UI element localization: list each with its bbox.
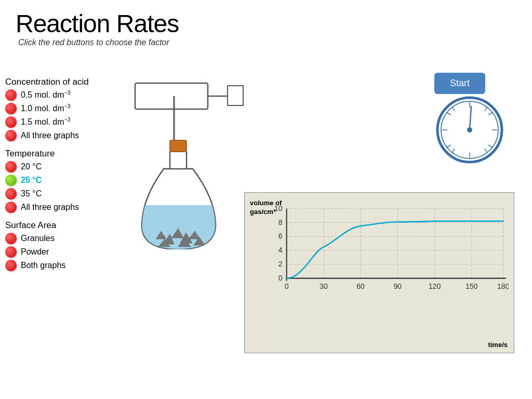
conc-option-2[interactable]: 1.0 mol. dm−3 <box>5 103 132 114</box>
temp-dot-all[interactable] <box>5 202 17 213</box>
surface-label-1: Granules <box>21 233 55 243</box>
graph-ylabel: volume ofgas/cm³ <box>250 199 282 217</box>
svg-text:60: 60 <box>356 282 365 290</box>
svg-text:120: 120 <box>429 282 441 290</box>
conc-option-3[interactable]: 1.5 mol. dm−3 <box>5 116 132 128</box>
temp-dot-2[interactable] <box>5 175 17 186</box>
temperature-title: Temperature <box>5 149 132 159</box>
graph-container: volume ofgas/cm³ time/s 0 2 4 6 8 <box>244 192 514 353</box>
conc-dot-1[interactable] <box>5 89 17 101</box>
temp-dot-1[interactable] <box>5 161 17 172</box>
surface-dot-1[interactable] <box>5 233 17 244</box>
temp-option-2[interactable]: 25 °C <box>5 175 132 186</box>
svg-text:0: 0 <box>278 274 283 282</box>
flask-illustration <box>132 68 247 249</box>
surface-dot-both[interactable] <box>5 260 17 271</box>
svg-text:180: 180 <box>497 282 509 290</box>
svg-text:4: 4 <box>278 246 283 254</box>
svg-rect-13 <box>228 86 243 105</box>
conc-label-3: 1.5 mol. dm−3 <box>21 117 70 127</box>
gauge-svg <box>436 96 503 164</box>
svg-text:90: 90 <box>393 282 402 290</box>
surface-option-1[interactable]: Granules <box>5 233 132 244</box>
surface-option-2[interactable]: Powder <box>5 246 132 258</box>
conc-dot-3[interactable] <box>5 116 17 128</box>
svg-rect-0 <box>135 83 208 109</box>
page-title: Reaction Rates <box>0 0 532 38</box>
svg-text:2: 2 <box>278 260 283 268</box>
start-button[interactable]: Start <box>434 73 485 94</box>
surface-title: Surface Area <box>5 220 132 231</box>
svg-text:8: 8 <box>278 218 283 226</box>
temp-option-1[interactable]: 20 °C <box>5 161 132 172</box>
temp-label-3: 35 °C <box>21 189 42 198</box>
flask-svg <box>132 68 247 249</box>
conc-option-all[interactable]: All three graphs <box>5 130 132 141</box>
conc-dot-2[interactable] <box>5 103 17 114</box>
subtitle: Click the red buttons to choose the fact… <box>0 38 532 47</box>
graph-svg: 0 2 4 6 8 10 0 30 60 90 120 150 180 <box>265 198 509 337</box>
conc-option-1[interactable]: 0.5 mol. dm−3 <box>5 89 132 101</box>
svg-text:6: 6 <box>278 232 283 240</box>
graph-xlabel: time/s <box>488 341 508 349</box>
surface-option-both[interactable]: Both graphs <box>5 260 132 271</box>
clock-gauge <box>436 96 503 164</box>
svg-rect-2 <box>170 140 187 152</box>
conc-label-1: 0.5 mol. dm−3 <box>21 90 70 100</box>
temp-option-all[interactable]: All three graphs <box>5 202 132 213</box>
svg-text:0: 0 <box>285 282 289 290</box>
conc-label-2: 1.0 mol. dm−3 <box>21 103 70 114</box>
surface-label-2: Powder <box>21 247 49 257</box>
temp-label-all: All three graphs <box>21 202 79 212</box>
svg-text:150: 150 <box>466 282 478 290</box>
concentration-title: Concentration of acid <box>5 77 132 87</box>
svg-text:30: 30 <box>320 282 328 290</box>
temp-dot-3[interactable] <box>5 188 17 200</box>
surface-dot-2[interactable] <box>5 246 17 258</box>
left-panel: Concentration of acid 0.5 mol. dm−3 1.0 … <box>5 73 132 273</box>
conc-label-all: All three graphs <box>21 130 79 140</box>
temp-option-3[interactable]: 35 °C <box>5 188 132 200</box>
temp-label-1: 20 °C <box>21 162 42 171</box>
surface-label-both: Both graphs <box>21 260 65 270</box>
conc-dot-all[interactable] <box>5 130 17 141</box>
temp-label-2: 25 °C <box>21 175 42 185</box>
